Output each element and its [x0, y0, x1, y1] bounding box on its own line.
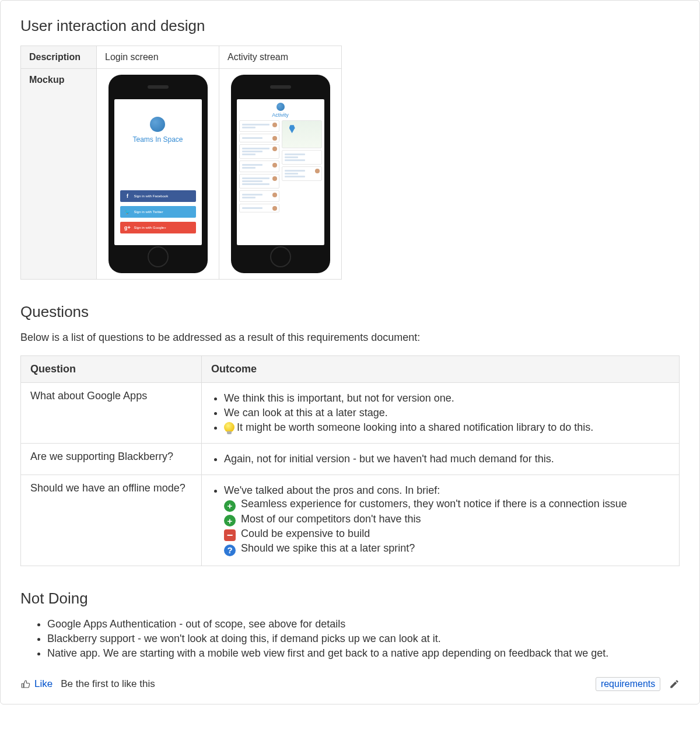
table-row: Should we have an offline mode?We've tal…: [21, 475, 680, 566]
mockup-table: Description Login screen Activity stream…: [20, 46, 342, 280]
outcome-cell: Again, not for initial version - but we …: [202, 444, 680, 475]
outcome-cell: We've talked about the pros and cons. In…: [202, 475, 680, 566]
minus-icon: −: [224, 529, 236, 541]
plus-icon: +: [224, 500, 236, 512]
map-thumbnail: [282, 120, 322, 148]
rocket-icon: [276, 103, 285, 111]
section-notdoing-title: Not Doing: [20, 590, 680, 608]
lightbulb-icon: [224, 422, 235, 432]
questions-table: Question Outcome What about Google AppsW…: [20, 355, 680, 566]
question-cell: Should we have an offline mode?: [21, 475, 202, 566]
like-hint: Be the first to like this: [61, 678, 155, 690]
outcome-sub-item: + Most of our competitors don't have thi…: [224, 513, 670, 527]
list-item: We can look at this at a later stage.: [224, 407, 670, 419]
question-icon: ?: [224, 545, 236, 556]
phone-mockup-activity: Activity: [231, 75, 330, 273]
activity-title: Activity: [239, 112, 322, 118]
mockup-row-mockup-label: Mockup: [21, 69, 97, 280]
twitter-icon: 🐦: [124, 209, 132, 215]
table-row: Are we supporting Blackberry?Again, not …: [21, 444, 680, 475]
brand-name: Teams In Space: [132, 135, 183, 144]
list-item: Again, not for initial version - but we …: [224, 453, 670, 465]
list-item: We've talked about the pros and cons. In…: [224, 484, 670, 556]
question-cell: What about Google Apps: [21, 383, 202, 444]
like-label: Like: [34, 678, 52, 690]
rocket-icon: [150, 117, 165, 132]
list-item: It might be worth someone looking into a…: [224, 421, 670, 434]
google-plus-icon: g+: [124, 225, 132, 231]
outcome-cell: We think this is important, but not for …: [202, 383, 680, 444]
section-questions-title: Questions: [20, 303, 680, 321]
questions-intro: Below is a list of questions to be addre…: [20, 332, 680, 344]
outcome-sub-item: − Could be expensive to build: [224, 528, 670, 541]
like-button[interactable]: Like: [20, 678, 52, 690]
mockup-row-description-label: Description: [21, 46, 97, 69]
mockup-col-activity-label: Activity stream: [219, 46, 342, 69]
question-cell: Are we supporting Blackberry?: [21, 444, 202, 475]
list-item: Blackberry support - we won't look at do…: [47, 633, 680, 645]
notdoing-list: Google Apps Authentication - out of scop…: [20, 618, 680, 660]
list-item: Google Apps Authentication - out of scop…: [47, 618, 680, 630]
outcome-sub-item: + Seamless experience for customers, the…: [224, 498, 670, 512]
phone-mockup-login: Teams In Space fSign in with Facebook 🐦S…: [108, 75, 208, 273]
document-page: User interaction and design Description …: [0, 0, 700, 704]
list-item: We think this is important, but not for …: [224, 392, 670, 404]
edit-icon[interactable]: [669, 679, 680, 689]
questions-header-question: Question: [21, 356, 202, 383]
page-footer: Like Be the first to like this requireme…: [20, 677, 680, 691]
google-login-button: g+Sign in with Google+: [120, 222, 196, 233]
mockup-col-login-label: Login screen: [97, 46, 219, 69]
outcome-sub-item: ? Should we spike this at a later sprint…: [224, 542, 670, 556]
section-user-interaction-title: User interaction and design: [20, 17, 680, 35]
twitter-login-button: 🐦Sign in with Twitter: [120, 206, 196, 218]
plus-icon: +: [224, 515, 236, 526]
list-item: Native app. We are starting with a mobil…: [47, 647, 680, 660]
facebook-icon: f: [124, 193, 132, 199]
table-row: What about Google AppsWe think this is i…: [21, 383, 680, 444]
thumb-up-icon: [20, 679, 31, 689]
questions-header-outcome: Outcome: [202, 356, 680, 383]
tag-requirements[interactable]: requirements: [596, 677, 660, 691]
facebook-login-button: fSign in with Facebook: [120, 190, 196, 202]
